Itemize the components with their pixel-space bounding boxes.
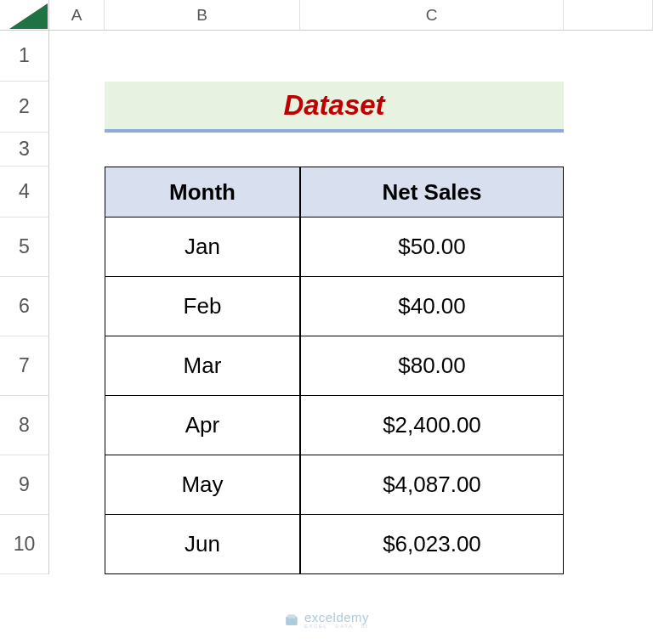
cell-d9[interactable] [564, 455, 653, 515]
cell-a7[interactable] [49, 336, 105, 396]
row-header-4[interactable]: 4 [0, 167, 49, 217]
col-header-a[interactable]: A [49, 0, 105, 31]
cell-d10[interactable] [564, 515, 653, 574]
table-cell-sales-0[interactable]: $50.00 [300, 217, 564, 277]
cell-a2[interactable] [49, 82, 105, 133]
cell-d4[interactable] [564, 167, 653, 217]
cell-a1[interactable] [49, 31, 105, 82]
cell-d1[interactable] [564, 31, 653, 82]
row-header-7[interactable]: 7 [0, 336, 49, 396]
row-header-3[interactable]: 3 [0, 133, 49, 167]
cell-b3[interactable] [105, 133, 300, 167]
row-header-9[interactable]: 9 [0, 455, 49, 515]
table-cell-month-4[interactable]: May [105, 455, 300, 515]
row-header-6[interactable]: 6 [0, 277, 49, 336]
cell-d2[interactable] [564, 82, 653, 133]
cell-a9[interactable] [49, 455, 105, 515]
table-cell-month-5[interactable]: Jun [105, 515, 300, 574]
col-header-c[interactable]: C [300, 0, 564, 31]
cell-a10[interactable] [49, 515, 105, 574]
row-header-1[interactable]: 1 [0, 31, 49, 82]
cell-d5[interactable] [564, 217, 653, 277]
exceldemy-logo-icon [284, 613, 299, 628]
cell-d3[interactable] [564, 133, 653, 167]
table-cell-sales-3[interactable]: $2,400.00 [300, 396, 564, 455]
svg-rect-1 [287, 614, 295, 619]
table-cell-sales-4[interactable]: $4,087.00 [300, 455, 564, 515]
row-header-5[interactable]: 5 [0, 217, 49, 277]
select-all-corner[interactable] [0, 0, 49, 31]
table-header-sales[interactable]: Net Sales [300, 167, 564, 217]
col-header-b[interactable]: B [105, 0, 300, 31]
spreadsheet-grid: A B C 1 2 Dataset 3 4 Month Net Sales 5 … [0, 0, 653, 574]
table-cell-sales-1[interactable]: $40.00 [300, 277, 564, 336]
cell-a6[interactable] [49, 277, 105, 336]
row-header-8[interactable]: 8 [0, 396, 49, 455]
watermark-text: exceldemy EXCEL · DATA · BI [304, 611, 369, 629]
table-cell-sales-5[interactable]: $6,023.00 [300, 515, 564, 574]
table-cell-sales-2[interactable]: $80.00 [300, 336, 564, 396]
row-header-2[interactable]: 2 [0, 82, 49, 133]
table-cell-month-0[interactable]: Jan [105, 217, 300, 277]
watermark-sub: EXCEL · DATA · BI [304, 624, 369, 629]
cell-b1[interactable] [105, 31, 300, 82]
cell-a8[interactable] [49, 396, 105, 455]
cell-a3[interactable] [49, 133, 105, 167]
cell-c3[interactable] [300, 133, 564, 167]
cell-a4[interactable] [49, 167, 105, 217]
watermark-main: exceldemy [304, 611, 369, 624]
table-header-month[interactable]: Month [105, 167, 300, 217]
table-cell-month-3[interactable]: Apr [105, 396, 300, 455]
cell-d6[interactable] [564, 277, 653, 336]
row-header-10[interactable]: 10 [0, 515, 49, 574]
cell-d7[interactable] [564, 336, 653, 396]
table-cell-month-2[interactable]: Mar [105, 336, 300, 396]
cell-a5[interactable] [49, 217, 105, 277]
cell-d8[interactable] [564, 396, 653, 455]
cell-c1[interactable] [300, 31, 564, 82]
col-header-d[interactable] [564, 0, 653, 31]
table-cell-month-1[interactable]: Feb [105, 277, 300, 336]
watermark: exceldemy EXCEL · DATA · BI [284, 611, 369, 629]
title-cell[interactable]: Dataset [105, 82, 564, 133]
